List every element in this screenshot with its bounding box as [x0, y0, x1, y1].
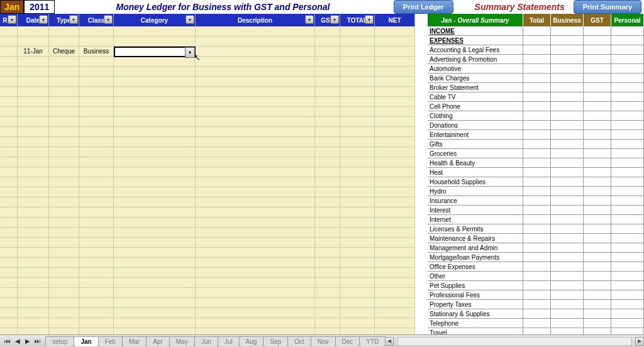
cell[interactable]	[114, 67, 196, 76]
cell[interactable]	[0, 248, 18, 257]
hscroll-track[interactable]	[397, 337, 631, 346]
cell[interactable]	[18, 87, 49, 96]
summary-item-row[interactable]: Entertainment	[428, 130, 644, 140]
filter-dropdown-icon[interactable]: ▼	[8, 15, 16, 24]
summary-item-row[interactable]: Automotive	[428, 64, 644, 74]
summary-item-row[interactable]: Interest	[428, 206, 644, 215]
cell[interactable]	[114, 298, 196, 307]
cell[interactable]	[340, 97, 375, 106]
summary-item-row[interactable]: Pet Supplies	[428, 281, 644, 290]
cell[interactable]	[375, 268, 415, 277]
cell[interactable]	[49, 238, 79, 247]
sheet-tab-oct[interactable]: Oct	[287, 336, 311, 346]
table-row[interactable]	[0, 197, 415, 207]
cell[interactable]	[196, 248, 315, 257]
cell[interactable]	[196, 318, 315, 328]
cell[interactable]	[79, 167, 114, 177]
cell[interactable]	[18, 167, 49, 177]
filter-dropdown-icon[interactable]: ▼	[305, 15, 314, 24]
cell[interactable]	[0, 107, 18, 116]
cell[interactable]	[315, 278, 340, 287]
cell[interactable]	[315, 57, 340, 66]
cell[interactable]	[375, 147, 415, 157]
cell[interactable]	[315, 77, 340, 86]
cell[interactable]	[0, 57, 18, 66]
cell[interactable]	[49, 298, 79, 307]
cell[interactable]	[49, 36, 79, 46]
cell[interactable]	[49, 187, 79, 197]
cell[interactable]	[79, 97, 114, 106]
table-row[interactable]	[0, 97, 415, 107]
table-row[interactable]	[0, 187, 415, 197]
filter-dropdown-icon[interactable]: ▼	[330, 15, 339, 24]
cell[interactable]	[49, 228, 79, 237]
table-row[interactable]	[0, 268, 415, 278]
cell[interactable]	[375, 197, 415, 207]
cell[interactable]	[340, 288, 375, 297]
cell[interactable]	[114, 258, 196, 267]
table-row[interactable]	[0, 77, 415, 87]
cell[interactable]	[49, 167, 79, 177]
cell[interactable]	[315, 26, 340, 36]
cell[interactable]	[340, 228, 375, 237]
cell[interactable]	[18, 218, 49, 227]
cell[interactable]	[79, 288, 114, 297]
cell[interactable]	[0, 318, 18, 328]
cell[interactable]	[196, 207, 315, 217]
cell[interactable]	[315, 137, 340, 146]
cell[interactable]	[315, 127, 340, 136]
cell[interactable]	[79, 107, 114, 116]
cell[interactable]	[0, 268, 18, 277]
cell[interactable]	[18, 187, 49, 197]
month-badge[interactable]: Jan	[0, 0, 24, 14]
cell[interactable]	[49, 177, 79, 187]
cell[interactable]	[375, 298, 415, 307]
col-type[interactable]: Type▼	[49, 14, 79, 26]
filter-dropdown-icon[interactable]: ▼	[39, 15, 48, 24]
cell[interactable]	[18, 36, 49, 46]
cell[interactable]	[18, 197, 49, 207]
table-row[interactable]	[0, 117, 415, 127]
cell[interactable]: Business	[79, 47, 114, 56]
cell[interactable]	[18, 318, 49, 328]
cell[interactable]	[114, 107, 196, 116]
cell[interactable]	[340, 117, 375, 126]
cell[interactable]	[340, 308, 375, 317]
cell[interactable]	[0, 258, 18, 267]
sheet-tab-jan[interactable]: Jan	[74, 336, 98, 346]
cell[interactable]	[49, 288, 79, 297]
cell[interactable]	[375, 67, 415, 76]
cell[interactable]	[375, 248, 415, 257]
cell[interactable]	[315, 228, 340, 237]
cell[interactable]	[340, 36, 375, 46]
cell[interactable]	[196, 57, 315, 66]
cell[interactable]	[315, 117, 340, 126]
cell[interactable]	[375, 57, 415, 66]
cell[interactable]	[114, 177, 196, 187]
cell[interactable]	[0, 157, 18, 167]
cell[interactable]	[315, 218, 340, 227]
tab-nav-last-icon[interactable]: ⏭	[33, 336, 43, 346]
cell[interactable]	[49, 137, 79, 146]
cell[interactable]	[0, 36, 18, 46]
cell[interactable]	[49, 147, 79, 157]
cell[interactable]	[49, 308, 79, 317]
cell[interactable]	[49, 258, 79, 267]
cell[interactable]	[79, 26, 114, 36]
table-row[interactable]	[0, 258, 415, 268]
cell[interactable]	[49, 207, 79, 217]
table-row[interactable]	[0, 167, 415, 177]
cell[interactable]	[79, 137, 114, 146]
cell[interactable]	[315, 107, 340, 116]
summary-item-row[interactable]: Travel	[428, 328, 644, 334]
dropdown-icon[interactable]: ▾	[185, 47, 195, 58]
cell[interactable]	[114, 77, 196, 86]
cell[interactable]	[79, 187, 114, 197]
cell[interactable]	[315, 258, 340, 267]
cell[interactable]	[196, 258, 315, 267]
table-row[interactable]	[0, 127, 415, 137]
sheet-tab-jul[interactable]: Jul	[218, 336, 240, 346]
cell[interactable]	[79, 228, 114, 237]
table-row[interactable]	[0, 238, 415, 248]
cell[interactable]	[315, 268, 340, 277]
